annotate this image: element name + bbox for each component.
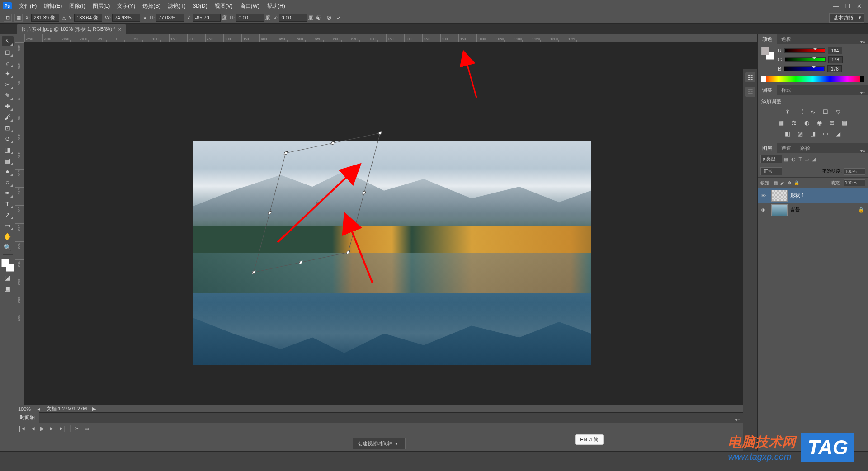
color-swatches[interactable] bbox=[1, 259, 14, 272]
layer-filter-select[interactable]: ρ 类型 bbox=[760, 155, 782, 163]
adj-vibrance-icon[interactable]: ▽ bbox=[834, 108, 843, 116]
blend-mode-select[interactable]: 正常 bbox=[760, 167, 782, 175]
scrubber-icon[interactable]: ◄ bbox=[36, 406, 41, 412]
tl-first-icon[interactable]: |◄ bbox=[19, 425, 26, 432]
doc-info-arrow[interactable]: ▶ bbox=[92, 406, 96, 412]
h-input[interactable] bbox=[156, 14, 184, 22]
warp-mode-icon[interactable]: ☯ bbox=[316, 14, 322, 21]
tl-cut-icon[interactable]: ✂ bbox=[75, 425, 80, 432]
layer-name[interactable]: 形状 1 bbox=[790, 192, 804, 199]
g-slider[interactable] bbox=[785, 57, 826, 62]
gradient-tool[interactable]: ▤ bbox=[2, 155, 14, 165]
menu-type[interactable]: 文字(Y) bbox=[113, 0, 139, 12]
quick-select-tool[interactable]: ✦ bbox=[2, 69, 14, 79]
b-slider[interactable] bbox=[784, 66, 825, 71]
foreground-color[interactable] bbox=[1, 259, 9, 267]
menu-window[interactable]: 窗口(W) bbox=[236, 0, 263, 12]
history-brush-tool[interactable]: ↺ bbox=[2, 134, 14, 144]
zoom-tool[interactable]: 🔍 bbox=[2, 242, 14, 252]
layer-item-background[interactable]: 👁 背景 🔒 bbox=[758, 203, 868, 217]
create-video-timeline-button[interactable]: 创建视频时间轴▾ bbox=[353, 438, 406, 449]
y-input[interactable] bbox=[74, 14, 102, 22]
lock-paint-icon[interactable]: 🖌 bbox=[780, 180, 785, 185]
opacity-input[interactable] bbox=[844, 168, 865, 175]
tab-adjustments[interactable]: 调整 bbox=[758, 85, 777, 95]
link-wh-icon[interactable] bbox=[143, 15, 147, 21]
adj-panel-menu-icon[interactable]: ▾≡ bbox=[858, 90, 868, 95]
tl-next-icon[interactable]: ► bbox=[49, 425, 54, 432]
menu-layer[interactable]: 图层(L) bbox=[89, 0, 114, 12]
angle-input[interactable] bbox=[193, 14, 221, 22]
tab-color[interactable]: 颜色 bbox=[758, 34, 777, 44]
adj-thresh-icon[interactable]: ◨ bbox=[808, 129, 817, 137]
color-spectrum[interactable] bbox=[761, 76, 864, 82]
layer-visibility-icon[interactable]: 👁 bbox=[758, 193, 769, 198]
dodge-tool[interactable]: ○ bbox=[2, 177, 14, 187]
eraser-tool[interactable]: ◨ bbox=[2, 145, 14, 155]
shear-v-input[interactable] bbox=[279, 14, 307, 22]
adj-selcolor-icon[interactable]: ◪ bbox=[834, 129, 843, 137]
g-value[interactable] bbox=[828, 56, 843, 63]
cancel-transform-icon[interactable]: ⊘ bbox=[326, 14, 332, 21]
lasso-tool[interactable]: ⌕ bbox=[2, 58, 14, 68]
workspace-switcher[interactable]: 基本功能 bbox=[829, 13, 864, 23]
menu-select[interactable]: 选择(S) bbox=[139, 0, 164, 12]
stamp-tool[interactable]: ⊡ bbox=[2, 123, 14, 133]
layer-thumb[interactable] bbox=[771, 204, 788, 216]
tab-layers[interactable]: 图层 bbox=[758, 143, 777, 153]
shape-tool[interactable]: ▭ bbox=[2, 221, 14, 231]
adj-levels-icon[interactable]: ⛶ bbox=[796, 108, 805, 116]
tab-channels[interactable]: 通道 bbox=[777, 143, 796, 153]
filter-pixel-icon[interactable]: ▦ bbox=[784, 156, 788, 162]
x-input[interactable] bbox=[31, 14, 59, 22]
healing-tool[interactable]: ✚ bbox=[2, 101, 14, 111]
handle-top-left[interactable] bbox=[283, 151, 288, 155]
adj-photo-icon[interactable]: ◉ bbox=[815, 118, 824, 127]
brush-tool[interactable]: 🖌 bbox=[2, 112, 14, 122]
menu-image[interactable]: 图像(I) bbox=[66, 0, 89, 12]
eyedropper-tool[interactable]: ✎ bbox=[2, 90, 14, 100]
handle-mid-left[interactable] bbox=[268, 211, 272, 214]
adj-hue-icon[interactable]: ▦ bbox=[777, 118, 786, 127]
marquee-tool[interactable]: ◻ bbox=[2, 47, 14, 57]
zoom-level[interactable]: 100% bbox=[18, 406, 31, 412]
fill-input[interactable] bbox=[844, 179, 865, 186]
menu-edit[interactable]: 编辑(E) bbox=[40, 0, 66, 12]
ime-indicator[interactable]: EN ♫ 简 bbox=[575, 434, 604, 445]
adj-bw-icon[interactable]: ◐ bbox=[802, 118, 811, 127]
layer-visibility-icon[interactable]: 👁 bbox=[758, 207, 769, 213]
crop-tool[interactable]: ✂ bbox=[2, 80, 14, 89]
layer-thumb[interactable] bbox=[771, 190, 788, 202]
layer-name[interactable]: 背景 bbox=[790, 207, 800, 213]
r-slider[interactable] bbox=[784, 48, 825, 53]
window-minimize[interactable]: — bbox=[833, 3, 839, 9]
commit-transform-icon[interactable]: ✓ bbox=[336, 14, 342, 21]
tab-styles[interactable]: 样式 bbox=[777, 85, 796, 95]
timeline-menu-icon[interactable]: ▾≡ bbox=[732, 418, 743, 423]
layers-panel-menu-icon[interactable]: ▾≡ bbox=[858, 148, 868, 153]
screen-mode-icon[interactable]: ▣ bbox=[2, 283, 14, 293]
hand-tool[interactable]: ✋ bbox=[2, 231, 14, 241]
tab-paths[interactable]: 路径 bbox=[796, 143, 815, 153]
filter-shape-icon[interactable]: ▭ bbox=[804, 156, 809, 162]
type-tool[interactable]: T bbox=[2, 199, 14, 209]
lock-all-icon[interactable]: 🔒 bbox=[794, 180, 799, 185]
window-maximize[interactable]: ❐ bbox=[845, 3, 850, 9]
move-tool[interactable]: ↖ bbox=[2, 36, 14, 46]
adj-lookup-icon[interactable]: ▤ bbox=[840, 118, 849, 127]
adj-gradmap-icon[interactable]: ▭ bbox=[821, 129, 830, 137]
adj-invert-icon[interactable]: ◧ bbox=[783, 129, 792, 137]
tab-swatches[interactable]: 色板 bbox=[777, 34, 796, 44]
tab-close-icon[interactable]: × bbox=[118, 27, 121, 32]
adj-exposure-icon[interactable]: ☐ bbox=[821, 108, 830, 116]
adj-mixer-icon[interactable]: ⊞ bbox=[827, 118, 836, 127]
w-input[interactable] bbox=[112, 14, 140, 22]
layer-item-shape1[interactable]: 👁 形状 1 bbox=[758, 188, 868, 203]
filter-smart-icon[interactable]: ◪ bbox=[811, 156, 816, 162]
adj-colorbal-icon[interactable]: ⚖ bbox=[789, 118, 798, 127]
properties-icon[interactable]: ☲ bbox=[745, 87, 755, 97]
document-tab[interactable]: 图片素材.jpeg @ 100% (形状 1, RGB/8#) * × bbox=[17, 24, 126, 34]
tl-prev-icon[interactable]: ◄ bbox=[30, 425, 36, 432]
panel-menu-icon[interactable]: ▾≡ bbox=[858, 39, 868, 44]
reference-point-icon[interactable]: ▦ bbox=[14, 14, 23, 22]
